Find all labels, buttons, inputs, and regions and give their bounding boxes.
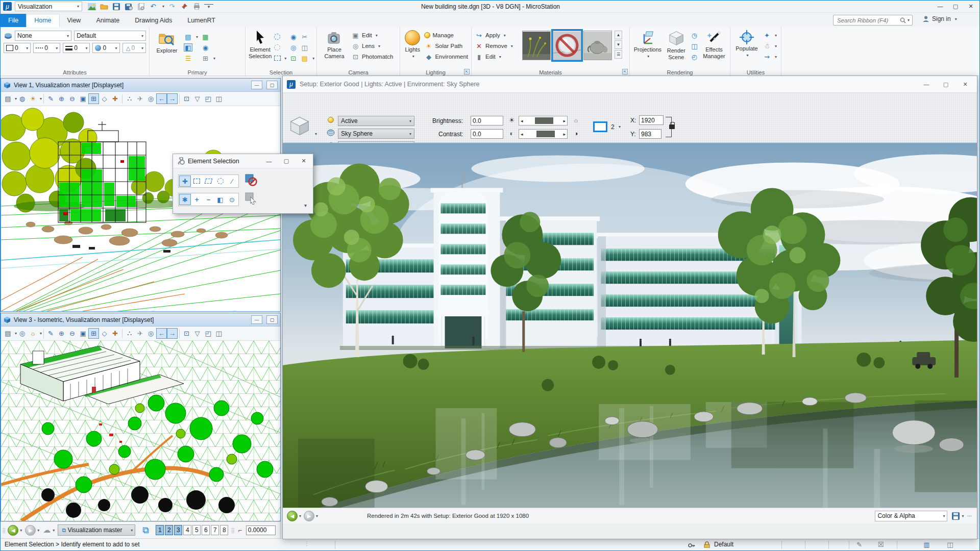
brightness-slider-thumb[interactable] bbox=[535, 117, 553, 124]
redo-icon[interactable]: ↷ bbox=[167, 3, 177, 11]
view-toggle-5[interactable]: 5 bbox=[192, 525, 201, 535]
aspect-lock-icon[interactable] bbox=[669, 124, 675, 129]
select-circle-icon[interactable] bbox=[214, 176, 226, 187]
tab-animate[interactable]: Animate bbox=[88, 14, 127, 27]
view1-minimize-button[interactable]: — bbox=[251, 81, 262, 89]
display-style-icon[interactable]: ◍ bbox=[17, 93, 28, 104]
view3-canvas[interactable] bbox=[1, 341, 280, 521]
maximize-button[interactable]: ▢ bbox=[948, 1, 963, 12]
material-scroll-up-icon[interactable]: ▲ bbox=[615, 31, 622, 39]
level-manager-icon[interactable]: ☰ bbox=[184, 54, 192, 62]
select-line-icon[interactable]: ∕ bbox=[226, 176, 238, 187]
element-selection-minimize-button[interactable]: — bbox=[262, 156, 276, 166]
select-all-button[interactable] bbox=[244, 192, 258, 205]
tab-view[interactable]: View bbox=[60, 14, 89, 27]
fence-circle-inactive-icon[interactable] bbox=[274, 44, 280, 51]
active-class-combo[interactable]: None▾ bbox=[15, 31, 71, 41]
save-settings-icon[interactable] bbox=[124, 3, 133, 11]
mode-invert-icon[interactable]: ◧ bbox=[214, 194, 226, 205]
item-types-icon[interactable]: ▦ bbox=[201, 33, 210, 41]
utility-path-icon[interactable]: ⇝ bbox=[763, 53, 771, 61]
toolbar-grip[interactable]: ⣿ bbox=[231, 528, 234, 533]
save-icon[interactable] bbox=[112, 3, 121, 11]
y-resolution-field[interactable] bbox=[639, 129, 662, 139]
dialog-levels-icon[interactable]: ▥ bbox=[922, 540, 931, 548]
render-view-icon[interactable]: ◫ bbox=[213, 93, 224, 104]
search-icon[interactable] bbox=[900, 17, 906, 23]
tab-file[interactable]: File bbox=[1, 14, 26, 27]
monitor-dropdown-icon[interactable]: ▾ bbox=[619, 124, 621, 129]
print-icon[interactable] bbox=[192, 3, 201, 11]
photomatch-button[interactable]: ⊡Photomatch bbox=[351, 52, 393, 61]
render-dialog-maximize-button[interactable]: ▢ bbox=[938, 78, 953, 90]
fence-circle-icon[interactable] bbox=[274, 34, 280, 40]
disable-handles-button[interactable] bbox=[244, 173, 258, 186]
render-dialog-title-bar[interactable]: μ Setup: Exterior Good | Lights: Active … bbox=[283, 76, 977, 93]
view-toggle-3[interactable]: 3 bbox=[174, 525, 182, 535]
effects-manager-button[interactable]: Effects Manager bbox=[701, 29, 727, 68]
tab-lumenrt[interactable]: LumenRT bbox=[180, 14, 223, 27]
place-camera-button[interactable]: Place Camera bbox=[320, 29, 349, 68]
search-input[interactable] bbox=[836, 17, 900, 24]
rotate-view-icon[interactable]: ◇ bbox=[99, 328, 110, 339]
attach-dropdown-icon[interactable]: ▾ bbox=[213, 56, 215, 61]
environment-button[interactable]: ◆Environment bbox=[424, 52, 468, 61]
element-selection-title-bar[interactable]: Element Selection — ▢ ✕ bbox=[173, 154, 313, 168]
print-organizer-icon[interactable] bbox=[136, 3, 145, 11]
toolbar-grip[interactable]: ⣿ bbox=[2, 528, 5, 533]
priority-combo[interactable]: △ 0▾ bbox=[122, 43, 146, 53]
fence-dropdown-icon[interactable]: ▾ bbox=[284, 56, 286, 61]
manage-view-groups-icon[interactable]: ⧉ bbox=[139, 526, 152, 534]
window-area-icon[interactable]: ▣ bbox=[78, 93, 88, 104]
view3-title-bar[interactable]: View 3 - Isometric, Visualization master… bbox=[1, 313, 280, 327]
slider-left-arrow-icon[interactable]: ◂ bbox=[521, 118, 523, 123]
material-thumb-plant[interactable] bbox=[522, 31, 551, 60]
undo-icon[interactable]: ↶ bbox=[149, 3, 158, 11]
material-gallery-more-icon[interactable]: ☰ bbox=[615, 50, 622, 59]
slider-right-arrow-icon[interactable]: ▸ bbox=[563, 132, 566, 137]
slider-left-arrow-icon[interactable]: ◂ bbox=[521, 132, 523, 137]
view-back-button[interactable]: ◀ bbox=[8, 525, 18, 536]
transparency-combo[interactable]: 0▾ bbox=[92, 43, 119, 53]
view-group-combo[interactable]: ⧉ Visualization master ▾ bbox=[58, 524, 135, 536]
lights-button[interactable]: Lights ▾ bbox=[403, 29, 422, 68]
view-toggle-4[interactable]: 4 bbox=[183, 525, 191, 535]
copy-view-icon[interactable]: ⊡ bbox=[181, 93, 192, 104]
update-view-icon[interactable]: ✎ bbox=[45, 93, 56, 104]
line-weight-combo[interactable]: 0▾ bbox=[63, 43, 90, 53]
minimize-button[interactable]: — bbox=[933, 1, 948, 12]
update-view-icon[interactable]: ✎ bbox=[45, 328, 56, 339]
fly-icon[interactable]: ✈ bbox=[135, 93, 145, 104]
markup-icon[interactable]: ✎ bbox=[855, 540, 864, 548]
render-queue-icon[interactable]: ◫ bbox=[690, 42, 699, 50]
contrast-slider-thumb[interactable] bbox=[536, 131, 555, 137]
save-render-dropdown-icon[interactable]: ▾ bbox=[962, 514, 964, 518]
fit-view-icon[interactable]: ⊞ bbox=[88, 93, 99, 104]
view1-title-bar[interactable]: View 1, Visualization master [Displayset… bbox=[1, 79, 280, 92]
properties-icon[interactable]: ▤ bbox=[184, 33, 192, 41]
attach-tools-icon[interactable]: ⊞ bbox=[201, 54, 210, 62]
displayset-icon[interactable] bbox=[4, 32, 12, 40]
mode-subtract-icon[interactable]: − bbox=[203, 194, 214, 205]
clip-volume-icon[interactable]: ▽ bbox=[192, 328, 203, 339]
undo-dropdown-icon[interactable]: ▾ bbox=[162, 4, 164, 9]
view-toggle-1[interactable]: 1 bbox=[156, 525, 164, 535]
utility-flight-icon[interactable]: ✦ bbox=[763, 31, 771, 39]
view-forward-button[interactable]: ▶ bbox=[25, 525, 36, 536]
render-view-icon[interactable]: ◫ bbox=[213, 328, 224, 339]
history-back-button[interactable]: ◀ bbox=[287, 511, 298, 521]
unlock-selection-icon[interactable]: ◎ bbox=[289, 43, 298, 52]
customize-quick-access-icon[interactable]: ▾ bbox=[204, 4, 213, 9]
view-toggle-8[interactable]: 8 bbox=[220, 525, 228, 535]
accudraw-value-field[interactable] bbox=[246, 525, 276, 535]
brightness-slider[interactable]: ◂ ▸ bbox=[519, 116, 568, 126]
output-mode-combo[interactable]: Color & Alpha ▾ bbox=[875, 511, 947, 521]
clip-mask-icon[interactable]: ◰ bbox=[203, 328, 213, 339]
render-history-icon[interactable]: ◴ bbox=[690, 53, 699, 61]
models-icon[interactable]: ◧ bbox=[184, 43, 192, 52]
history-forward-button[interactable]: ▶ bbox=[304, 511, 314, 521]
view-toggle-7[interactable]: 7 bbox=[211, 525, 219, 535]
properties-dropdown-icon[interactable]: ▾ bbox=[196, 35, 198, 39]
copy-fence-icon[interactable]: ⊡ bbox=[289, 54, 298, 62]
view-next-icon[interactable]: → bbox=[167, 328, 178, 339]
